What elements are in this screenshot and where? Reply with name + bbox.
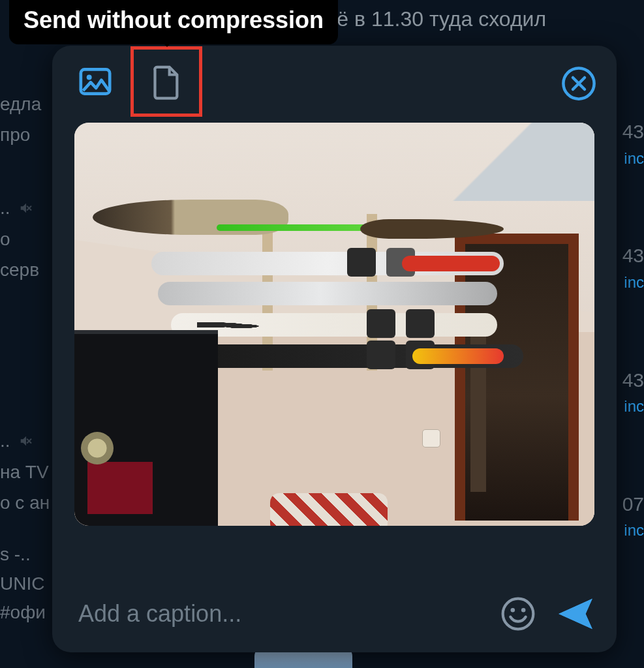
svg-point-3	[503, 599, 534, 630]
bg-timestamp: 43	[618, 117, 644, 146]
close-icon	[561, 66, 596, 101]
bg-status: inc	[618, 395, 644, 418]
bg-text-fragment: #офи	[0, 600, 46, 626]
emoji-button[interactable]	[495, 591, 541, 637]
bg-text-fragment: едла	[0, 91, 52, 118]
close-button[interactable]	[559, 64, 598, 103]
bg-bottom-left: s -.. UNIC #офи	[0, 541, 46, 629]
bg-timestamp: 43	[618, 241, 644, 270]
muted-icon	[19, 196, 33, 223]
bg-text-fragment: про	[0, 122, 52, 149]
image-preview[interactable]	[74, 123, 594, 526]
bg-message-fragment: щё в 11.30 туда сходил	[320, 4, 546, 34]
bg-text-fragment: ..	[0, 195, 52, 222]
smile-icon	[500, 596, 536, 632]
bg-text-fragment: UNIC	[0, 571, 46, 598]
highlight-box	[130, 46, 202, 117]
tooltip-send-without-compression: Send without compression	[9, 0, 338, 44]
muted-icon	[19, 429, 33, 456]
photo-icon	[77, 63, 114, 100]
bg-timestamp: 07	[618, 490, 644, 519]
bg-status: inc	[618, 147, 644, 170]
bg-left-column: едла про .. о серв .. на TV о с ан	[0, 91, 52, 520]
bg-text-fragment: серв	[0, 257, 52, 284]
bg-text-fragment: s -..	[0, 541, 46, 568]
document-icon	[148, 63, 185, 100]
media-send-modal	[52, 46, 617, 652]
bg-timestamp: 43	[618, 366, 644, 395]
tooltip-text: Send without compression	[23, 7, 324, 33]
bg-status: inc	[618, 271, 644, 294]
caption-bar	[52, 575, 617, 652]
svg-point-4	[511, 608, 515, 613]
send-as-photo-button[interactable]	[72, 58, 119, 105]
bg-text-fragment: ..	[0, 428, 52, 455]
send-button[interactable]	[553, 591, 598, 637]
svg-point-1	[87, 75, 92, 80]
bg-text-fragment: о с ан	[0, 490, 52, 517]
caption-input[interactable]	[78, 600, 483, 628]
svg-point-5	[521, 608, 526, 613]
bg-text-fragment: о	[0, 226, 52, 253]
bg-status: inc	[618, 519, 644, 542]
send-as-file-button[interactable]	[143, 58, 190, 105]
modal-header	[52, 46, 617, 117]
send-icon	[555, 594, 596, 634]
bg-right-column: 43 inc 43 inc 43 inc 07 inc	[618, 117, 644, 614]
bg-text-fragment: на TV	[0, 459, 52, 486]
